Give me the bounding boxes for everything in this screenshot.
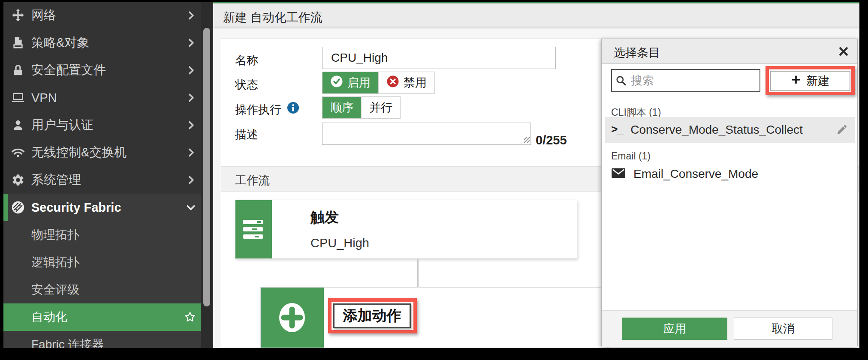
execution-label: 操作执行	[235, 102, 281, 117]
panel-header: 选择条目	[602, 39, 857, 64]
add-action-block[interactable]: 添加动作	[260, 287, 608, 348]
workflow-connector-line	[417, 259, 419, 288]
sidebar: 网络 策略&对象 安全配置文件	[3, 2, 213, 348]
sidebar-item-label: 无线控制&交换机	[31, 144, 127, 161]
sidebar-item-users-auth[interactable]: 用户与认证	[3, 111, 201, 139]
status-toggle: 启用 禁用	[322, 72, 435, 94]
panel-footer: 应用 取消	[602, 310, 857, 347]
move-icon	[10, 8, 26, 23]
description-textarea[interactable]	[322, 123, 531, 145]
sidebar-item-automation[interactable]: 自动化	[3, 303, 201, 331]
add-action-icon-square	[261, 288, 324, 348]
sidebar-item-policy-objects[interactable]: 策略&对象	[3, 29, 201, 57]
trigger-icon-square	[235, 200, 272, 258]
search-input[interactable]	[611, 69, 760, 92]
check-circle-icon	[330, 75, 343, 91]
trigger-block[interactable]: 触发 CPU_High	[235, 200, 577, 259]
sidebar-item-vpn[interactable]: VPN	[3, 84, 201, 111]
sidebar-item-label: 系统管理	[31, 171, 81, 189]
status-disabled-button[interactable]: 禁用	[378, 72, 434, 93]
envelope-icon	[611, 167, 626, 181]
sidebar-item-security-profiles[interactable]: 安全配置文件	[3, 57, 201, 84]
gear-icon	[10, 172, 26, 188]
close-icon[interactable]	[838, 46, 849, 57]
document-icon	[10, 35, 26, 51]
chevron-right-icon	[185, 92, 196, 103]
chevron-right-icon	[185, 174, 196, 186]
sidebar-item-label: 网络	[31, 7, 56, 24]
sidebar-item-physical-topology[interactable]: 物理拓扑	[3, 221, 201, 249]
trigger-title: 触发	[310, 208, 339, 227]
description-label: 描述	[235, 127, 258, 142]
workflow-section-title: 工作流	[235, 173, 270, 188]
sidebar-item-label: Security Fabric	[31, 201, 121, 215]
security-fabric-section: Security Fabric 物理拓扑 逻辑拓扑 安全评级 自动化	[3, 194, 213, 348]
sidebar-scrollbar[interactable]	[203, 28, 210, 306]
sidebar-scrollbar-track	[201, 2, 213, 348]
terminal-icon: >_	[611, 123, 623, 136]
cancel-button[interactable]: 取消	[734, 318, 832, 340]
app-window: 网络 策略&对象 安全配置文件	[3, 2, 859, 348]
select-entries-panel: 选择条目 新建 CLI脚本 (1) >_ Conserve_Mode_Statu…	[601, 39, 858, 346]
server-stack-icon	[243, 220, 264, 239]
execution-sequential-button[interactable]: 顺序	[322, 97, 361, 118]
user-icon	[10, 117, 26, 133]
name-input[interactable]	[322, 47, 556, 69]
sidebar-item-system[interactable]: 系统管理	[3, 166, 201, 194]
sidebar-item-logical-topology[interactable]: 逻辑拓扑	[3, 249, 201, 276]
list-item-email[interactable]: Email_Conserve_Mode	[605, 161, 855, 187]
execution-parallel-button[interactable]: 并行	[361, 97, 400, 118]
fabric-icon	[10, 200, 26, 215]
star-icon[interactable]	[184, 311, 196, 324]
wifi-icon	[10, 145, 26, 160]
chevron-down-icon	[185, 202, 196, 213]
active-section-bar	[3, 194, 8, 221]
sidebar-item-security-rating[interactable]: 安全评级	[3, 276, 201, 303]
char-counter: 0/255	[536, 133, 567, 147]
page-title: 新建 自动化工作流	[223, 9, 322, 26]
chevron-right-icon	[185, 10, 196, 21]
lock-icon	[10, 63, 26, 78]
sidebar-item-label: 用户与认证	[31, 117, 93, 134]
sidebar-item-label: VPN	[31, 91, 57, 105]
sidebar-item-network[interactable]: 网络	[3, 2, 201, 29]
resize-grip-icon[interactable]	[524, 137, 530, 143]
pencil-icon[interactable]	[835, 124, 847, 136]
x-circle-icon	[386, 75, 399, 91]
page-header: 新建 自动化工作流	[213, 2, 859, 27]
status-label: 状态	[235, 77, 258, 93]
sidebar-item-fabric-connectors[interactable]: Fabric 连接器	[3, 331, 201, 348]
plus-icon	[791, 75, 801, 88]
plus-circle-icon	[278, 302, 306, 333]
create-new-button[interactable]: 新建	[770, 71, 850, 91]
name-label: 名称	[235, 53, 258, 68]
chevron-right-icon	[185, 120, 196, 131]
apply-button[interactable]: 应用	[622, 318, 727, 340]
laptop-icon	[10, 90, 26, 105]
execution-toggle: 顺序 并行	[322, 96, 401, 119]
chevron-right-icon	[185, 65, 196, 76]
sidebar-item-label: 安全配置文件	[31, 62, 106, 79]
trigger-name: CPU_High	[310, 236, 369, 250]
add-action-button[interactable]: 添加动作	[333, 303, 411, 328]
sidebar-item-security-fabric[interactable]: Security Fabric	[3, 194, 201, 221]
chevron-right-icon	[185, 37, 196, 48]
list-item-cli-script[interactable]: >_ Conserve_Mode_Status_Collect	[605, 117, 855, 143]
panel-title: 选择条目	[614, 45, 660, 60]
sidebar-item-label: 策略&对象	[31, 34, 89, 51]
group-header-email: Email (1)	[611, 150, 651, 162]
info-icon[interactable]	[287, 102, 299, 114]
sidebar-item-wifi-switch[interactable]: 无线控制&交换机	[3, 139, 201, 166]
chevron-right-icon	[185, 147, 196, 158]
status-enabled-button[interactable]: 启用	[322, 72, 378, 93]
